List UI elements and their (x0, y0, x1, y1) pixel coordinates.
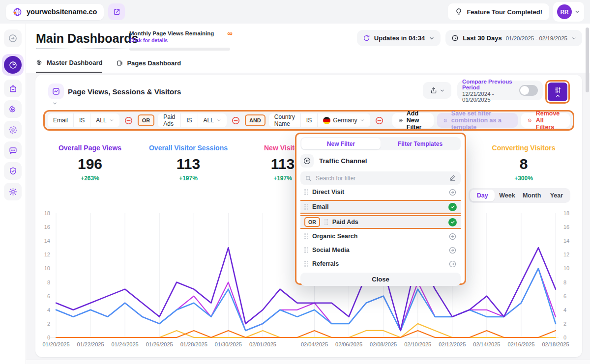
add-option-button[interactable] (448, 232, 457, 241)
popup-tab-filter-templates[interactable]: Filter Templates (381, 138, 460, 149)
add-option-button[interactable] (448, 188, 457, 196)
or-joiner-chip[interactable]: OR (304, 217, 320, 227)
remove-filter-button[interactable] (374, 116, 385, 125)
remove-filter-button[interactable] (123, 116, 134, 125)
add-option-button[interactable] (448, 260, 457, 268)
filter-operator[interactable]: IS (300, 113, 317, 127)
line-chart-icon (52, 87, 60, 96)
sidebar-item-feedback[interactable] (4, 141, 22, 159)
filter-joiner-and[interactable]: AND (245, 114, 266, 126)
active-filters-bar: Email IS ALL OR Paid Ads IS ALL (43, 110, 574, 131)
filter-field[interactable]: Email (48, 113, 73, 127)
arrow-right-circle-icon (448, 188, 457, 196)
dashboard-tabs: Master Dashboard Pages Dashboard (36, 59, 181, 73)
stat-change: +197% (144, 175, 233, 182)
filter-popup: New Filter Filter Templates Traffic Chan… (295, 133, 466, 285)
period-year[interactable]: Year (544, 190, 569, 201)
save-filter-template-button[interactable]: Save set filter combination as a templat… (437, 113, 518, 128)
add-option-button[interactable] (448, 246, 457, 254)
vertical-scrollbar[interactable] (586, 28, 589, 92)
filter-field[interactable]: Paid Ads (158, 113, 180, 127)
add-new-filter-button[interactable]: Add New Filter (392, 113, 434, 128)
filter-operator[interactable]: IS (180, 113, 197, 127)
minus-circle-icon (231, 116, 240, 125)
horizontal-scrollbar[interactable] (26, 360, 590, 364)
export-button[interactable] (423, 82, 451, 99)
chevron-down-icon (109, 118, 114, 123)
svg-text:0: 0 (563, 335, 566, 340)
top-bar: yourwebsitename.co Feature Tour Complete… (0, 0, 590, 24)
date-range-dropdown[interactable]: Last 30 Days 01/20/2025 - 02/19/2025 (445, 30, 582, 46)
widget-title: Page Views, Sessions & Visitors (68, 87, 181, 98)
sidebar-item-seo[interactable] (4, 162, 22, 180)
filter-value-dropdown[interactable]: ALL (90, 113, 119, 127)
filter-field[interactable]: Country Name (269, 113, 300, 127)
sidebar-item-heatmaps[interactable] (4, 100, 22, 118)
site-selector[interactable]: yourwebsitename.co (6, 4, 104, 20)
search-icon (305, 175, 312, 182)
remove-filter-button[interactable] (230, 116, 241, 125)
pie-chart-icon (8, 60, 18, 70)
eraser-icon[interactable] (449, 174, 456, 182)
globe-icon (13, 7, 22, 17)
svg-text:6: 6 (47, 293, 50, 299)
sidebar-item-session-recording[interactable] (4, 121, 22, 139)
period-selector: Day Week Month Year (469, 188, 570, 203)
period-month[interactable]: Month (520, 190, 544, 201)
filter-option-referrals[interactable]: Referrals (300, 257, 461, 270)
updates-dropdown[interactable]: Updates in 04:34 (357, 30, 441, 46)
minus-circle-icon (375, 116, 384, 125)
sidebar-item-settings[interactable] (4, 183, 22, 200)
svg-text:02/06/2025: 02/06/2025 (335, 341, 362, 347)
drag-handle-icon (304, 247, 308, 253)
filter-joiner-or[interactable]: OR (138, 114, 155, 126)
filter-option-organic-search[interactable]: Organic Search (300, 230, 461, 243)
updates-label: Updates in 04:34 (374, 34, 425, 42)
spiral-icon (8, 105, 18, 114)
svg-text:2: 2 (47, 321, 50, 327)
quota-progress-bar (129, 48, 230, 51)
quota-details-link[interactable]: Click for details (129, 37, 233, 43)
selected-check-icon (448, 218, 457, 226)
account-menu[interactable]: RR (553, 2, 584, 22)
filter-option-email[interactable]: Email (300, 200, 461, 214)
tab-pages-dashboard[interactable]: Pages Dashboard (116, 59, 181, 73)
period-week[interactable]: Week (495, 190, 519, 201)
search-input[interactable] (316, 175, 445, 182)
date-range-label: Last 30 Days (463, 34, 502, 42)
sidebar-item-ecommerce[interactable] (4, 80, 22, 97)
filter-group: Country Name IS Germany (269, 113, 370, 127)
chevron-down-icon (571, 36, 576, 41)
filter-value-dropdown[interactable]: Germany (317, 113, 370, 127)
quota-label: Monthly Page Views Remaining (129, 30, 214, 36)
filter-operator[interactable]: IS (73, 113, 90, 127)
period-day[interactable]: Day (470, 190, 495, 201)
filter-panel-button[interactable] (548, 83, 567, 101)
sidebar-expand-button[interactable] (4, 29, 22, 47)
feature-tour-button[interactable]: Feature Tour Completed! (448, 3, 549, 20)
stat-label: Converting Visitors (479, 144, 568, 152)
filter-option-social-media[interactable]: Social Media (300, 244, 461, 256)
filter-value-dropdown[interactable]: ALL (198, 113, 227, 127)
filter-option-direct-visit[interactable]: Direct Visit (300, 186, 461, 198)
minus-circle-icon (124, 116, 133, 125)
arrow-right-circle-icon (448, 260, 457, 268)
back-button[interactable] (300, 154, 314, 168)
widget-card: Page Views, Sessions & Visitors Compare … (35, 75, 582, 357)
sidebar-item-dashboards[interactable] (2, 54, 24, 76)
plus-circle-icon (399, 116, 403, 125)
popup-tab-new-filter[interactable]: New Filter (301, 138, 381, 149)
tab-master-dashboard[interactable]: Master Dashboard (36, 59, 102, 73)
arrow-right-circle-icon (448, 232, 457, 241)
popup-search (300, 171, 461, 185)
widget-collapse-chevron[interactable] (52, 99, 58, 108)
compare-toggle[interactable] (519, 85, 538, 96)
chevron-down-icon (216, 118, 221, 123)
popup-close-button[interactable]: Close (300, 273, 461, 286)
svg-text:02/08/2025: 02/08/2025 (370, 341, 397, 347)
remove-all-filters-button[interactable]: Remove All Filters (521, 113, 570, 128)
feature-tour-label: Feature Tour Completed! (467, 8, 542, 16)
svg-text:8: 8 (47, 280, 50, 285)
filter-option-paid-ads[interactable]: OR Paid Ads (300, 215, 461, 229)
open-site-button[interactable] (108, 3, 125, 20)
